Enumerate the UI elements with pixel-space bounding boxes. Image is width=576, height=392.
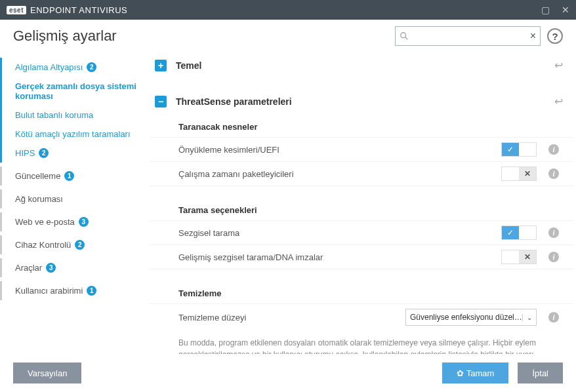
sidebar-item-cloud-protection[interactable]: Bulut tabanlı koruma [0,106,150,125]
toggle-heuristics[interactable]: ✓ [501,225,537,240]
cleaning-description: Bu modda, program etkilenen dosyaları ot… [150,330,573,354]
info-icon[interactable]: i [548,227,559,238]
badge-icon: 2 [87,62,96,72]
toggle-adv-heuristics[interactable]: ✕ [501,250,537,264]
badge-icon: 2 [75,240,85,250]
svg-point-0 [401,33,406,38]
sidebar-item-tools[interactable]: Araçlar 3 [0,258,150,277]
footer: Varsayılan ✿ Tamam İptal [0,354,576,392]
sidebar-item-update[interactable]: Güncelleme 1 [0,167,150,186]
sidebar-item-ui[interactable]: Kullanıcı arabirimi 1 [0,281,150,300]
badge-icon: 3 [79,217,89,227]
row-cleaning-level: Temizleme düzeyi Güvenliyse enfeksiyonu … [150,304,573,330]
page-title: Gelişmiş ayarlar [13,28,117,45]
panel-title: Temel [176,60,201,71]
sidebar-item-detection-engine[interactable]: Algılama Altyapısı 2 [0,58,150,77]
panel-basic: + Temel ↩ [150,52,573,78]
check-icon: ✓ [502,226,519,239]
sidebar-item-malware-scans[interactable]: Kötü amaçlı yazılım taramaları [0,125,150,144]
sidebar-item-network[interactable]: Ağ koruması [0,189,150,208]
titlebar: eset ENDPOINT ANTIVIRUS ▢ ✕ [0,0,576,20]
badge-icon: 1 [64,171,74,181]
section-objects-heading: Taranacak nesneler [150,114,573,137]
search-input[interactable] [413,31,530,41]
brand-logo: eset [7,6,26,14]
row-boot-sectors: Önyükleme kesimleri/UEFI ✓ i [150,137,573,161]
row-heuristics: Sezgisel tarama ✓ i [150,220,573,245]
shield-icon: ✿ [457,368,464,378]
toggle-runtime-packers[interactable]: ✕ [501,167,537,181]
info-icon[interactable]: i [548,252,559,262]
brand-text: ENDPOINT ANTIVIRUS [30,5,127,15]
x-icon: ✕ [519,250,536,264]
window-controls: ▢ ✕ [541,5,569,15]
chevron-down-icon: ⌄ [522,314,532,321]
toggle-boot-sectors[interactable]: ✓ [501,142,537,157]
badge-icon: 1 [87,286,96,296]
app-brand: eset ENDPOINT ANTIVIRUS [7,5,127,15]
revert-icon[interactable]: ↩ [554,59,563,71]
cleaning-level-dropdown[interactable]: Güvenliyse enfeksiyonu düzelt... ⌄ [405,309,537,326]
collapse-icon[interactable]: − [155,96,167,108]
check-icon: ✓ [502,143,519,156]
maximize-icon[interactable]: ▢ [541,5,550,15]
defaults-button[interactable]: Varsayılan [13,363,81,383]
row-runtime-packers: Çalışma zamanı paketleyicileri ✕ i [150,161,573,186]
info-icon[interactable]: i [548,144,559,155]
badge-icon: 3 [46,263,56,273]
ok-button[interactable]: ✿ Tamam [442,363,509,383]
x-icon: ✕ [519,167,536,180]
info-icon[interactable]: i [548,168,559,179]
revert-icon[interactable]: ↩ [554,95,563,108]
section-cleaning-heading: Temizleme [150,281,573,304]
section-scan-options-heading: Tarama seçenekleri [150,197,573,220]
close-icon[interactable]: ✕ [562,5,569,15]
panel-threatsense: − ThreatSense parametreleri ↩ Taranacak … [150,88,573,354]
svg-line-1 [405,37,408,40]
sidebar-item-web-email[interactable]: Web ve e-posta 3 [0,212,150,231]
clear-search-icon[interactable]: × [530,30,536,42]
help-button[interactable]: ? [547,28,563,44]
panel-title: ThreatSense parametreleri [176,96,292,107]
sidebar: Algılama Altyapısı 2 Gerçek zamanlı dosy… [0,52,150,354]
info-icon[interactable]: i [548,312,559,323]
cancel-button[interactable]: İptal [518,363,563,383]
sidebar-item-device-control[interactable]: Cihaz Kontrolü 2 [0,235,150,254]
expand-icon[interactable]: + [155,60,167,71]
sidebar-item-hips[interactable]: HIPS 2 [0,144,150,163]
sidebar-item-realtime-protection[interactable]: Gerçek zamanlı dosya sistemi koruması [0,77,150,106]
search-icon [400,31,409,41]
badge-icon: 2 [39,148,49,158]
page-header: Gelişmiş ayarlar × ? [0,20,576,52]
search-box[interactable]: × [395,26,541,46]
content-area: + Temel ↩ − ThreatSense parametreleri ↩ … [150,52,576,354]
row-adv-heuristics: Gelişmiş sezgisel tarama/DNA imzalar ✕ i [150,245,573,269]
